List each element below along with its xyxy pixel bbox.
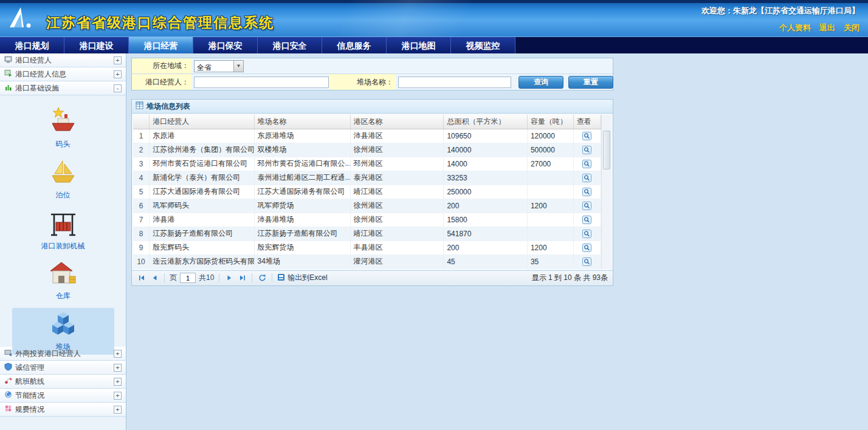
- first-page-button[interactable]: [137, 273, 146, 283]
- table-scrollbar[interactable]: [601, 115, 611, 269]
- view-icon[interactable]: [582, 227, 591, 238]
- tab-port-map[interactable]: 港口地图: [387, 37, 451, 53]
- expand-plus-icon[interactable]: +: [114, 378, 122, 386]
- table-row[interactable]: 3 邳州市黄石货运港口有限公司 邳州市黄石货运港口有限公... 邳州港区 140…: [133, 157, 601, 171]
- collapse-minus-icon[interactable]: -: [114, 84, 122, 92]
- col-yard-name[interactable]: 堆场名称: [254, 115, 350, 129]
- refresh-icon[interactable]: [257, 273, 267, 283]
- menu-shield-icon: [4, 363, 12, 372]
- scrollbar-thumb[interactable]: [603, 131, 610, 169]
- view-icon[interactable]: [582, 143, 591, 154]
- expand-plus-icon[interactable]: +: [114, 350, 122, 358]
- next-page-button[interactable]: [224, 273, 234, 283]
- sidebar-item-port-operators[interactable]: 港口经营人 +: [0, 53, 126, 67]
- page-number-input[interactable]: [180, 273, 196, 283]
- sidebar-item-routes[interactable]: 航班航线 +: [0, 375, 126, 389]
- total-pages-label: 共10: [199, 273, 214, 283]
- logout-link[interactable]: 退出: [819, 22, 835, 33]
- cell-capacity: 500000: [527, 143, 573, 157]
- col-view[interactable]: 查看: [573, 115, 601, 129]
- col-capacity[interactable]: 容量（吨）: [527, 115, 573, 129]
- export-excel-button[interactable]: 输出到Excel: [277, 273, 327, 283]
- view-icon[interactable]: [582, 157, 591, 168]
- cell-area-name: 徐州港区: [350, 143, 444, 157]
- menu-chart-icon: [4, 83, 12, 93]
- view-icon[interactable]: [582, 199, 591, 210]
- chevron-down-icon[interactable]: ▼: [233, 61, 243, 72]
- table-row[interactable]: 6 巩军师码头 巩军师货场 徐州港区 200 1200: [133, 199, 601, 213]
- last-page-button[interactable]: [237, 273, 247, 283]
- facility-item-machinery[interactable]: 港口装卸机械: [12, 207, 114, 254]
- tab-port-security[interactable]: 港口保安: [193, 37, 258, 53]
- table-row[interactable]: 7 沛县港 沛县港堆场 徐州港区 15800: [133, 213, 601, 227]
- operator-cell: [191, 74, 329, 90]
- table-row[interactable]: 2 江苏徐州港务（集团）有限公司 双楼堆场 徐州港区 140000 500000: [133, 143, 601, 157]
- cell-operator: 东原港: [150, 129, 254, 143]
- facility-item-berth[interactable]: 泊位: [12, 156, 114, 203]
- sidebar-item-fees[interactable]: 规费情况 +: [0, 403, 126, 417]
- cell-yard: 双楼堆场: [254, 143, 350, 157]
- expand-plus-icon[interactable]: +: [114, 70, 122, 78]
- table-header-row: 港口经营人 堆场名称 港区名称 总面积（平方米） 容量（吨） 查看: [133, 115, 601, 129]
- table-row[interactable]: 10 连云港新东方国际货柜码头有限... 34堆场 灌河港区 45 35: [133, 254, 601, 268]
- tab-port-construction[interactable]: 港口建设: [64, 37, 129, 53]
- sidebar-item-foreign-investors[interactable]: 外商投资港口经营人 +: [0, 347, 126, 361]
- expand-plus-icon[interactable]: +: [114, 364, 122, 372]
- facility-item-wharf[interactable]: 码头: [12, 104, 114, 152]
- tab-video-monitor[interactable]: 视频监控: [451, 37, 515, 53]
- facility-item-warehouse[interactable]: 仓库: [12, 258, 114, 304]
- region-select[interactable]: 全省 ▼: [194, 60, 244, 72]
- yard-name-cell: [396, 74, 511, 90]
- menu-monitor-icon: [4, 55, 12, 65]
- reset-button[interactable]: 重置: [568, 76, 613, 89]
- cell-area-name: 邳州港区: [350, 157, 444, 171]
- search-buttons: 查询 重置: [511, 74, 613, 90]
- view-icon[interactable]: [582, 213, 591, 224]
- view-icon[interactable]: [582, 255, 591, 266]
- col-operator[interactable]: 港口经营人: [150, 115, 254, 129]
- expand-plus-icon[interactable]: +: [114, 392, 122, 400]
- cell-capacity: 27000: [527, 157, 573, 171]
- col-area-name[interactable]: 港区名称: [350, 115, 444, 129]
- sidebar-item-port-infrastructure[interactable]: 港口基础设施 -: [0, 81, 126, 95]
- table-row[interactable]: 5 江苏大通国际港务有限公司 江苏大通国际港务有限公司 靖江港区 250000: [133, 185, 601, 199]
- grid-icon: [136, 101, 143, 111]
- table-row[interactable]: 9 殷宪辉码头 殷宪辉货场 丰县港区 200 1200: [133, 241, 601, 254]
- tab-port-safety[interactable]: 港口安全: [258, 37, 322, 53]
- sidebar-item-energy-saving[interactable]: 节能情况 +: [0, 389, 126, 403]
- view-icon[interactable]: [582, 171, 591, 182]
- table-row[interactable]: 8 江苏新扬子造船有限公司 江苏新扬子造船有限公司 靖江港区 541870: [133, 227, 601, 241]
- tab-port-planning[interactable]: 港口规划: [0, 37, 64, 53]
- cell-capacity: [527, 213, 573, 227]
- expand-plus-icon[interactable]: +: [114, 406, 122, 414]
- table-row[interactable]: 4 新浦化学（泰兴）有限公司 泰州港过船港区二期工程通... 泰兴港区 3325…: [133, 171, 601, 185]
- view-icon[interactable]: [582, 129, 591, 140]
- region-select-value: 全省: [195, 61, 233, 72]
- yard-table-panel: 堆场信息列表 港口经营人 堆场名称 港区名称 总面积（平方米）: [131, 99, 613, 286]
- sidebar-item-label: 节能情况: [15, 391, 111, 401]
- profile-link[interactable]: 个人资料: [779, 22, 811, 33]
- row-number: 6: [133, 199, 150, 213]
- facility-item-yard[interactable]: 堆场: [12, 308, 114, 355]
- close-link[interactable]: 关闭: [844, 22, 859, 33]
- yard-name-input[interactable]: [398, 77, 511, 88]
- cell-total-area: 45: [444, 254, 527, 268]
- tab-port-operation[interactable]: 港口经营: [129, 37, 193, 53]
- operator-input[interactable]: [194, 77, 329, 88]
- view-icon[interactable]: [582, 185, 591, 196]
- expand-plus-icon[interactable]: +: [114, 56, 122, 64]
- yard-name-label: 堆场名称：: [329, 74, 396, 90]
- cell-area-name: 灌河港区: [350, 254, 444, 268]
- sidebar-item-label: 外商投资港口经营人: [15, 349, 111, 359]
- tab-info-service[interactable]: 信息服务: [322, 37, 387, 53]
- facility-label: 仓库: [56, 291, 71, 301]
- sidebar-item-integrity-management[interactable]: 诚信管理 +: [0, 361, 126, 375]
- cell-area-name: 靖江港区: [350, 185, 444, 199]
- table-row[interactable]: 1 东原港 东原港堆场 沛县港区 109650 120000: [133, 129, 601, 143]
- query-button[interactable]: 查询: [518, 76, 563, 89]
- prev-page-button[interactable]: [150, 273, 159, 283]
- view-icon[interactable]: [582, 241, 591, 252]
- sidebar-item-operator-info[interactable]: 港口经营人信息 +: [0, 67, 126, 81]
- row-number: 7: [133, 213, 150, 227]
- col-total-area[interactable]: 总面积（平方米）: [444, 115, 527, 129]
